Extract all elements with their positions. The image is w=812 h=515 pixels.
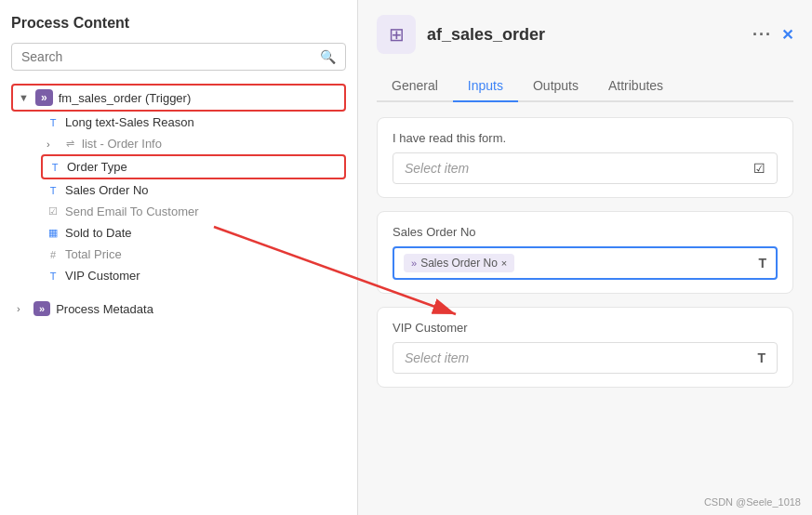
text-type-icon-vip: T (757, 350, 765, 365)
text-type-icon: T (48, 162, 61, 173)
form-section-sales-order: Sales Order No » Sales Order No × T (377, 211, 793, 294)
select-vip-value: Select item (405, 350, 469, 365)
tag-label: Sales Order No (420, 257, 498, 270)
trigger-node: ▼ » fm_sales_order (Trigger) T Long text… (11, 84, 346, 286)
tab-inputs[interactable]: Inputs (453, 71, 518, 102)
child-label: Sales Order No (65, 183, 149, 197)
section-label-read: I have read this form. (393, 131, 778, 145)
close-button[interactable]: ✕ (781, 26, 793, 44)
trigger-row[interactable]: ▼ » fm_sales_order (Trigger) (11, 84, 346, 112)
tag-chip-sales-order: » Sales Order No × (404, 254, 514, 272)
left-panel: Process Content 🔍 ▼ » fm_sales_order (Tr… (0, 0, 358, 515)
search-input[interactable] (21, 49, 320, 64)
tab-outputs[interactable]: Outputs (518, 71, 593, 102)
panel-header: ⊞ af_sales_order ··· ✕ (377, 15, 793, 54)
tabs-bar: General Inputs Outputs Attributes (377, 71, 793, 102)
list-item[interactable]: T Order Type (41, 154, 346, 179)
select-read[interactable]: Select item ☑ (393, 152, 778, 184)
panel-icon: ⊞ (377, 15, 416, 54)
left-panel-title: Process Content (11, 15, 346, 32)
search-box[interactable]: 🔍 (11, 43, 346, 71)
list-item[interactable]: ▦ Sold to Date (41, 222, 346, 244)
text-type-icon: T (47, 271, 60, 282)
expand-chevron: ▼ (19, 92, 30, 103)
select-vip[interactable]: Select item T (393, 342, 778, 374)
more-options-button[interactable]: ··· (752, 25, 772, 45)
process-metadata-label: Process Metadata (56, 302, 153, 316)
expand-chevron: › (17, 303, 28, 314)
panel-actions: ··· ✕ (752, 25, 793, 45)
select-read-value: Select item (405, 161, 469, 176)
tag-arrows-icon: » (411, 258, 417, 269)
panel-title: af_sales_order (427, 25, 741, 45)
sales-order-field[interactable]: » Sales Order No × T (393, 246, 778, 280)
tab-general[interactable]: General (377, 71, 453, 102)
child-label: VIP Customer (65, 269, 140, 283)
tag-remove-button[interactable]: × (501, 258, 507, 269)
section-label-vip: VIP Customer (393, 321, 778, 335)
text-type-icon: T (758, 256, 766, 271)
child-label: Long text-Sales Reason (65, 115, 194, 129)
list-item[interactable]: T VIP Customer (41, 265, 346, 286)
child-label: Total Price (65, 247, 122, 261)
trigger-badge: » (35, 89, 53, 106)
search-icon: 🔍 (320, 49, 336, 64)
child-label: list - Order Info (82, 137, 162, 151)
list-item[interactable]: # Total Price (41, 244, 346, 265)
form-section-read: I have read this form. Select item ☑ (377, 117, 793, 198)
child-label: Sold to Date (65, 226, 132, 240)
tree: ▼ » fm_sales_order (Trigger) T Long text… (11, 84, 346, 324)
list-type-icon: ⇌ (63, 138, 76, 150)
trigger-label: fm_sales_order (Trigger) (59, 91, 192, 105)
trigger-children: T Long text-Sales Reason › ⇌ list - Orde… (41, 112, 346, 286)
list-item[interactable]: ☑ Send Email To Customer (41, 201, 346, 222)
checkbox-type-icon: ☑ (47, 205, 60, 218)
child-label: Order Type (67, 160, 127, 174)
section-label-sales-order: Sales Order No (393, 225, 778, 239)
child-label: Send Email To Customer (65, 205, 199, 218)
process-meta-badge: » (33, 301, 50, 316)
text-type-icon: T (47, 117, 60, 128)
hash-type-icon: # (47, 249, 60, 260)
form-section-vip: VIP Customer Select item T (377, 307, 793, 388)
tab-attributes[interactable]: Attributes (593, 71, 678, 102)
calendar-type-icon: ▦ (47, 227, 60, 239)
list-item[interactable]: T Sales Order No (41, 179, 346, 201)
watermark: CSDN @Seele_1018 (704, 496, 801, 508)
list-item[interactable]: › ⇌ list - Order Info (41, 133, 346, 154)
expand-chevron: › (47, 139, 58, 150)
text-type-icon: T (47, 185, 60, 196)
right-panel: ⊞ af_sales_order ··· ✕ General Inputs Ou… (358, 0, 812, 515)
list-item[interactable]: T Long text-Sales Reason (41, 112, 346, 133)
checkbox-icon: ☑ (753, 161, 765, 176)
process-metadata-row[interactable]: › » Process Metadata (11, 294, 346, 324)
